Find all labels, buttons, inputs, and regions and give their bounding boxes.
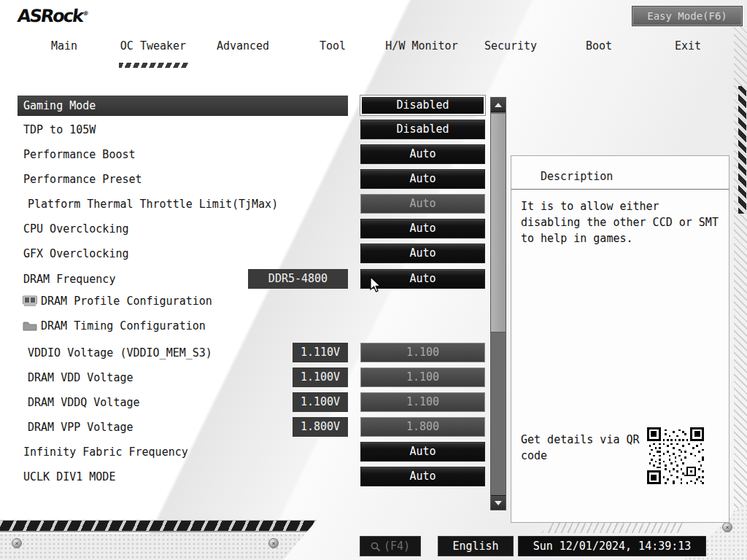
setting-label-cpu-overclocking[interactable]: CPU Overclocking xyxy=(18,219,129,239)
scroll-down-button[interactable] xyxy=(491,495,506,510)
setting-row: CPU Overclocking Auto xyxy=(0,219,511,239)
value-button-dram-vddq-voltage: 1.100 xyxy=(360,392,485,412)
setting-row: DRAM VDDQ Voltage 1.100V 1.100 xyxy=(0,392,511,413)
value-button-vddio-voltage: 1.100 xyxy=(360,343,485,362)
setting-row: DRAM VDD Voltage 1.100V 1.100 xyxy=(0,368,511,388)
setting-label-dram-vdd-voltage: DRAM VDD Voltage xyxy=(18,368,133,388)
tab-main[interactable]: Main xyxy=(51,39,77,52)
setting-row: DRAM Profile Configuration xyxy=(0,291,511,311)
qr-code xyxy=(647,427,704,484)
search-hotkey-label: (F4) xyxy=(384,540,410,553)
setting-label-gaming-mode[interactable]: Gaming Mode xyxy=(18,96,348,116)
setting-label-tdp-105w[interactable]: TDP to 105W xyxy=(18,120,96,140)
setting-row: TDP to 105W Disabled xyxy=(0,120,511,140)
hazard-stripe-band xyxy=(0,520,318,532)
value-button-dram-vpp-voltage: 1.800 xyxy=(360,417,485,437)
setting-row: Performance Boost Auto xyxy=(0,144,511,165)
asrock-logo: ASRock® xyxy=(16,6,90,26)
setting-row: Performance Preset Auto xyxy=(0,169,511,190)
value-button-performance-preset[interactable]: Auto xyxy=(360,169,485,189)
setting-label-dram-vpp-voltage: DRAM VPP Voltage xyxy=(18,417,133,438)
active-tab-underline xyxy=(119,63,188,68)
tab-exit[interactable]: Exit xyxy=(675,39,701,52)
value-button-gfx-overclocking[interactable]: Auto xyxy=(360,244,485,263)
language-button[interactable]: English xyxy=(438,536,514,556)
description-text: It is to allow either disabling the othe… xyxy=(521,198,722,246)
scrollbar-thumb[interactable] xyxy=(491,114,506,332)
tab-security[interactable]: Security xyxy=(484,39,537,52)
right-edge-hazard-stripes xyxy=(738,86,746,214)
tab-oc-tweaker[interactable]: OC Tweaker xyxy=(120,39,186,52)
dimm-icon xyxy=(23,295,37,307)
dram-frequency-current-value: DDR5-4800 xyxy=(248,269,348,289)
triangle-up-icon xyxy=(495,103,502,107)
registered-mark: ® xyxy=(82,10,89,17)
description-divider xyxy=(511,189,729,190)
screw-icon: × xyxy=(722,522,732,532)
value-button-cpu-overclocking[interactable]: Auto xyxy=(360,219,485,238)
value-button-gaming-mode[interactable]: Disabled xyxy=(360,96,485,115)
setting-row: DRAM VPP Voltage 1.800V 1.800 xyxy=(0,417,511,438)
value-button-performance-boost[interactable]: Auto xyxy=(360,144,485,164)
description-title: Description xyxy=(541,170,613,183)
submenu-dram-timing-configuration[interactable]: DRAM Timing Configuration xyxy=(41,316,206,336)
scroll-up-button[interactable] xyxy=(491,98,506,112)
settings-scrollbar[interactable] xyxy=(490,97,506,510)
value-button-uclk-div1-mode[interactable]: Auto xyxy=(360,467,485,486)
datetime-display: Sun 12/01/2024, 14:39:13 xyxy=(518,536,706,556)
folder-icon xyxy=(23,320,37,332)
value-button-infinity-fabric-frequency[interactable]: Auto xyxy=(360,442,485,462)
screw-icon: × xyxy=(12,538,22,548)
value-button-tdp-105w[interactable]: Disabled xyxy=(360,120,485,139)
tab-boot[interactable]: Boot xyxy=(586,39,612,52)
triangle-down-icon xyxy=(495,501,502,505)
setting-label-vddio-voltage: VDDIO Voltage (VDDIO_MEM_S3) xyxy=(18,343,212,363)
setting-label-dram-frequency[interactable]: DRAM Frequency xyxy=(18,269,115,289)
setting-row: Gaming Mode Disabled xyxy=(0,96,511,116)
setting-row: VDDIO Voltage (VDDIO_MEM_S3) 1.110V 1.10… xyxy=(0,343,511,363)
screw-icon: × xyxy=(268,538,279,548)
dram-vdd-current-value: 1.100V xyxy=(293,368,348,387)
setting-row: UCLK DIV1 MODE Auto xyxy=(0,467,511,487)
value-button-dram-vdd-voltage: 1.100 xyxy=(360,368,485,387)
setting-label-performance-boost[interactable]: Performance Boost xyxy=(18,144,136,165)
vddio-voltage-current-value: 1.110V xyxy=(293,343,348,362)
setting-label-performance-preset[interactable]: Performance Preset xyxy=(18,169,142,190)
bios-screen: × × × ASRock® Easy Mode(F6) Main OC Twea… xyxy=(0,0,747,560)
value-button-platform-thermal-limit: Auto xyxy=(360,194,485,214)
submenu-dram-profile-configuration[interactable]: DRAM Profile Configuration xyxy=(41,291,212,311)
easy-mode-button[interactable]: Easy Mode(F6) xyxy=(632,6,743,26)
setting-row: Platform Thermal Throttle Limit(TjMax) A… xyxy=(0,194,511,214)
setting-label-uclk-div1-mode[interactable]: UCLK DIV1 MODE xyxy=(18,467,115,487)
mouse-cursor xyxy=(370,276,382,296)
setting-label-gfx-overclocking[interactable]: GFX Overclocking xyxy=(18,244,129,264)
description-panel: Description It is to allow either disabl… xyxy=(511,155,729,523)
dram-vpp-current-value: 1.800V xyxy=(293,417,348,437)
setting-label-dram-vddq-voltage: DRAM VDDQ Voltage xyxy=(18,392,140,413)
setting-row: GFX Overclocking Auto xyxy=(0,244,511,264)
setting-label-platform-thermal-limit: Platform Thermal Throttle Limit(TjMax) xyxy=(18,194,278,214)
search-icon xyxy=(371,542,381,552)
qr-code-label: Get details via QR code xyxy=(521,432,643,464)
setting-row: DRAM Frequency DDR5-4800 Auto xyxy=(0,269,511,289)
tab-hw-monitor[interactable]: H/W Monitor xyxy=(385,39,457,52)
tab-tool[interactable]: Tool xyxy=(320,39,346,52)
setting-row: DRAM Timing Configuration xyxy=(0,316,511,336)
setting-row: Infinity Fabric Frequency Auto xyxy=(0,442,511,462)
dram-vddq-current-value: 1.100V xyxy=(293,392,348,412)
tab-advanced[interactable]: Advanced xyxy=(217,39,269,52)
setting-label-infinity-fabric-frequency[interactable]: Infinity Fabric Frequency xyxy=(18,442,188,462)
search-button[interactable]: (F4) xyxy=(360,536,421,556)
